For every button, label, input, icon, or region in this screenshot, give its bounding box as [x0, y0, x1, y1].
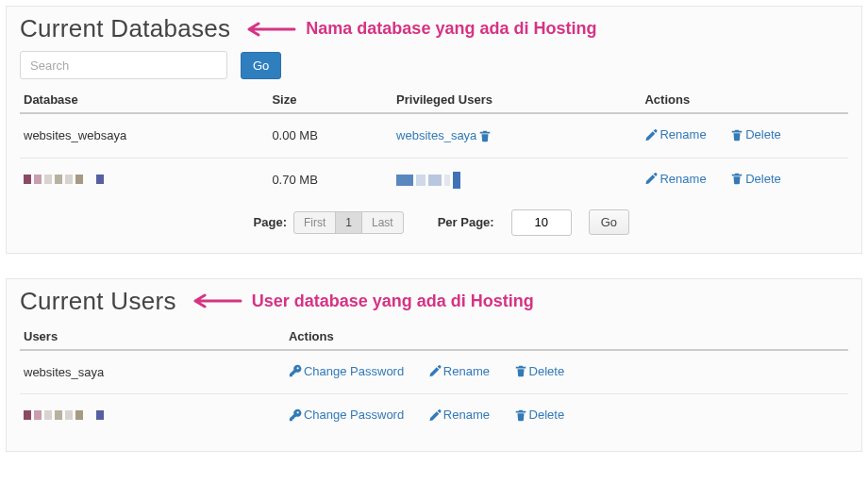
actions-cell: Change Password Rename Delete — [285, 350, 848, 394]
table-row: 0.70 MB Rename Delete — [20, 158, 848, 202]
table-row: Change Password Rename Delete — [20, 394, 848, 438]
pencil-icon — [644, 172, 658, 185]
databases-header-row: Current Databases Nama database yang ada… — [20, 14, 848, 43]
privileged-user-cell — [392, 158, 641, 202]
privileged-user-name: websites_saya — [396, 128, 476, 142]
col-header-database: Database — [20, 87, 268, 113]
rename-button[interactable]: Rename — [428, 364, 490, 378]
actions-cell: Rename Delete — [641, 113, 848, 158]
rename-button[interactable]: Rename — [644, 172, 706, 186]
actions-cell: Change Password Rename Delete — [285, 394, 848, 438]
arrow-left-icon — [240, 20, 296, 39]
per-page-input[interactable] — [511, 209, 572, 236]
users-table: Users Actions websites_saya Change Passw… — [20, 324, 848, 438]
col-header-users: Users — [20, 324, 285, 350]
change-password-button[interactable]: Change Password — [289, 408, 404, 422]
table-row: websites_saya Change Password Rename Del… — [20, 350, 848, 394]
change-password-button[interactable]: Change Password — [289, 364, 404, 378]
col-header-actions: Actions — [641, 87, 848, 113]
databases-heading: Current Databases — [20, 14, 230, 43]
trash-icon — [514, 364, 527, 377]
users-annotation: User database yang ada di Hosting — [252, 291, 534, 311]
redacted-text — [396, 172, 460, 189]
trash-icon — [514, 408, 527, 422]
delete-button[interactable]: Delete — [514, 408, 565, 422]
user-name: websites_saya — [20, 350, 285, 394]
actions-cell: Rename Delete — [641, 158, 848, 202]
search-input[interactable] — [20, 51, 227, 79]
col-header-size: Size — [268, 87, 392, 113]
page-first-button[interactable]: First — [293, 211, 336, 234]
database-size: 0.00 MB — [268, 113, 392, 158]
trash-icon — [730, 128, 743, 142]
users-panel: Current Users User database yang ada di … — [6, 278, 862, 452]
pencil-icon — [428, 364, 442, 377]
arrow-left-icon — [186, 291, 242, 310]
page-label: Page: — [254, 215, 287, 229]
rename-button[interactable]: Rename — [428, 408, 490, 422]
privileged-user-link[interactable]: websites_saya — [396, 128, 492, 142]
privileged-user-cell: websites_saya — [392, 113, 641, 158]
col-header-priv-users: Privileged Users — [392, 87, 641, 113]
redacted-text — [24, 410, 104, 420]
table-row: websites_websaya 0.00 MB websites_saya R… — [20, 113, 848, 158]
per-page-label: Per Page: — [438, 215, 494, 229]
pencil-icon — [644, 128, 658, 142]
page-current-button[interactable]: 1 — [335, 211, 362, 234]
users-heading: Current Users — [20, 287, 176, 316]
databases-panel: Current Databases Nama database yang ada… — [6, 6, 862, 254]
search-go-button[interactable]: Go — [241, 52, 281, 79]
users-header-row: Current Users User database yang ada di … — [20, 287, 848, 316]
delete-button[interactable]: Delete — [514, 364, 565, 378]
delete-button[interactable]: Delete — [730, 172, 781, 186]
rename-button[interactable]: Rename — [644, 127, 706, 142]
key-icon — [289, 408, 302, 422]
database-size: 0.70 MB — [268, 158, 392, 202]
page-segment: First 1 Last — [294, 211, 404, 234]
page-last-button[interactable]: Last — [361, 211, 404, 234]
databases-search-row: Go — [20, 51, 848, 79]
user-name — [20, 394, 285, 438]
pager: Page: First 1 Last Per Page: Go — [20, 202, 848, 240]
trash-icon[interactable] — [478, 129, 492, 142]
delete-button[interactable]: Delete — [730, 127, 781, 142]
key-icon — [289, 364, 302, 377]
database-name — [20, 158, 268, 202]
pencil-icon — [428, 408, 442, 422]
col-header-actions: Actions — [285, 324, 848, 350]
redacted-text — [24, 175, 104, 184]
database-name: websites_websaya — [20, 113, 268, 158]
per-page-go-button[interactable]: Go — [589, 209, 629, 235]
trash-icon — [730, 172, 743, 185]
databases-annotation: Nama database yang ada di Hosting — [306, 19, 596, 39]
databases-table: Database Size Privileged Users Actions w… — [20, 87, 848, 202]
